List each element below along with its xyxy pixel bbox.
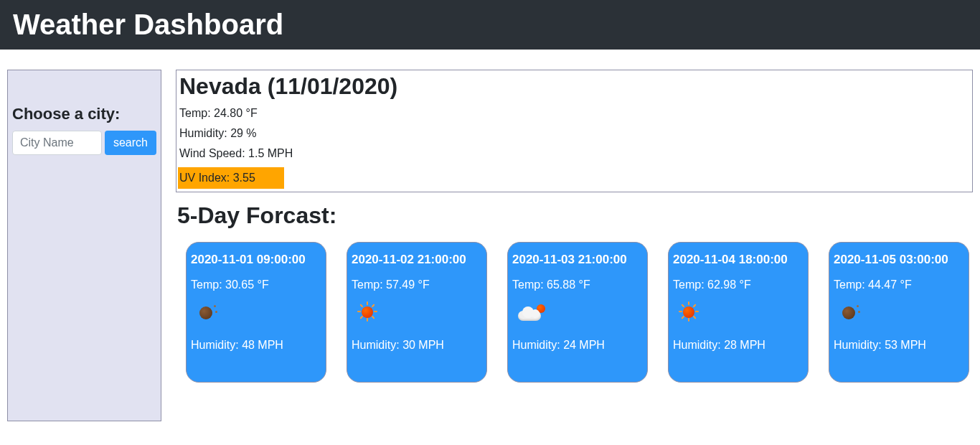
forecast-humidity: Humidity: 24 MPH [512, 339, 643, 352]
forecast-card: 2020-11-02 21:00:00Temp: 57.49 °FHumidit… [347, 242, 487, 383]
forecast-temp: Temp: 44.47 °F [834, 278, 964, 291]
choose-city-heading: Choose a city: [12, 105, 156, 123]
forecast-temp: Temp: 65.88 °F [512, 278, 643, 291]
app-title: Weather Dashboard [13, 9, 967, 41]
forecast-temp: Temp: 57.49 °F [352, 278, 482, 291]
forecast-row: 2020-11-01 09:00:00Temp: 30.65 °FHumidit… [176, 242, 973, 383]
forecast-datetime: 2020-11-03 21:00:00 [512, 253, 643, 267]
forecast-datetime: 2020-11-01 09:00:00 [191, 253, 321, 267]
search-row: search [12, 131, 156, 155]
forecast-datetime: 2020-11-02 21:00:00 [352, 253, 482, 267]
forecast-datetime: 2020-11-05 03:00:00 [834, 253, 964, 267]
forecast-humidity: Humidity: 48 MPH [191, 339, 321, 352]
app-header: Weather Dashboard [0, 0, 980, 50]
current-temp: Temp: 24.80 °F [178, 107, 971, 120]
forecast-card: 2020-11-03 21:00:00Temp: 65.88 °FHumidit… [507, 242, 648, 383]
current-uv-badge: UV Index: 3.55 [178, 167, 284, 189]
forecast-icon-slot [512, 297, 643, 327]
sidebar: Choose a city: search [7, 70, 161, 421]
forecast-temp: Temp: 62.98 °F [673, 278, 804, 291]
current-city-title: Nevada (11/01/2020) [178, 73, 971, 100]
main-content: Nevada (11/01/2020) Temp: 24.80 °F Humid… [176, 70, 973, 421]
forecast-icon-slot [352, 297, 482, 327]
forecast-humidity: Humidity: 53 MPH [834, 339, 964, 352]
search-button[interactable]: search [105, 131, 156, 155]
forecast-card: 2020-11-04 18:00:00Temp: 62.98 °FHumidit… [668, 242, 809, 383]
current-humidity: Humidity: 29 % [178, 127, 971, 140]
haze-icon [197, 302, 218, 322]
main-layout: Choose a city: search Nevada (11/01/2020… [0, 50, 980, 428]
forecast-humidity: Humidity: 28 MPH [673, 339, 804, 352]
forecast-card: 2020-11-01 09:00:00Temp: 30.65 °FHumidit… [186, 242, 326, 383]
forecast-heading: 5-Day Forcast: [177, 202, 973, 229]
city-search-input[interactable] [12, 131, 102, 155]
forecast-humidity: Humidity: 30 MPH [352, 339, 482, 352]
forecast-card: 2020-11-05 03:00:00Temp: 44.47 °FHumidit… [829, 242, 969, 383]
forecast-icon-slot [673, 297, 804, 327]
sun-icon [357, 302, 377, 322]
sun-icon [679, 302, 699, 322]
current-weather-card: Nevada (11/01/2020) Temp: 24.80 °F Humid… [176, 70, 973, 192]
forecast-icon-slot [834, 297, 964, 327]
current-wind: Wind Speed: 1.5 MPH [178, 147, 971, 160]
forecast-temp: Temp: 30.65 °F [191, 278, 321, 291]
partly-cloudy-icon [518, 302, 547, 322]
forecast-datetime: 2020-11-04 18:00:00 [673, 253, 804, 267]
forecast-icon-slot [191, 297, 321, 327]
haze-icon [839, 302, 861, 322]
